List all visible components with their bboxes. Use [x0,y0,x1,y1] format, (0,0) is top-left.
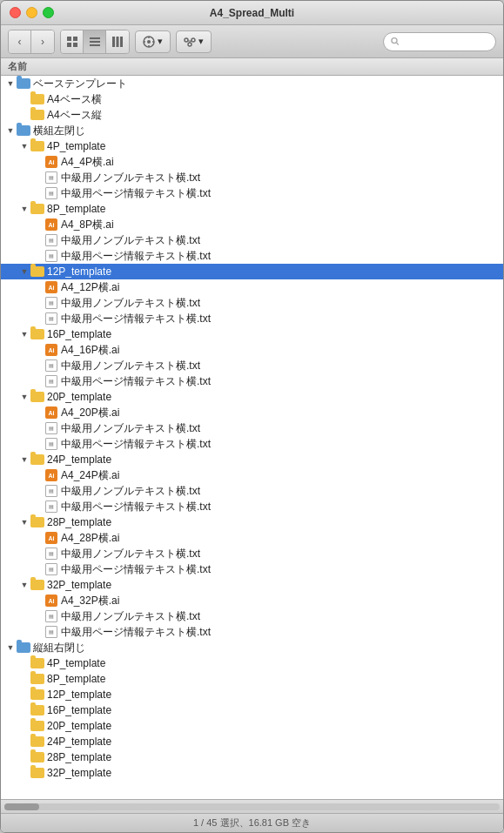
disclosure-triangle[interactable] [32,422,44,434]
tree-item[interactable]: AiA4_4P横.ai [1,154,503,170]
disclosure-triangle[interactable] [18,767,30,779]
tree-item[interactable]: ▤中級用ノンブルテキスト横.txt [1,170,503,185]
disclosure-triangle[interactable] [32,234,44,246]
disclosure-triangle[interactable] [18,203,30,215]
disclosure-triangle[interactable] [18,736,30,748]
tree-item[interactable]: A4ベース縦 [1,107,503,123]
list-view-button[interactable] [84,30,106,53]
tree-item[interactable]: AiA4_12P横.ai [1,279,503,295]
tree-item[interactable]: 4P_template [1,655,503,671]
tree-item[interactable]: ▤中級用ページ情報テキスト横.txt [1,561,503,577]
disclosure-triangle[interactable] [18,673,30,685]
disclosure-triangle[interactable] [32,187,44,199]
minimize-button[interactable] [26,7,37,18]
disclosure-triangle[interactable] [18,516,30,528]
disclosure-triangle[interactable] [32,595,44,607]
tree-item[interactable]: 32P_template [1,577,503,593]
disclosure-triangle[interactable] [32,563,44,575]
disclosure-triangle[interactable] [32,218,44,231]
disclosure-triangle[interactable] [32,156,44,168]
tree-item[interactable]: AiA4_32P横.ai [1,593,503,608]
tree-item[interactable]: ▤中級用ノンブルテキスト横.txt [1,608,503,624]
disclosure-triangle[interactable] [18,453,30,466]
disclosure-triangle[interactable] [32,532,44,544]
tree-item[interactable]: 8P_template [1,671,503,687]
disclosure-triangle[interactable] [18,109,30,121]
disclosure-triangle[interactable] [18,391,30,403]
tree-item[interactable]: AiA4_28P横.ai [1,530,503,546]
disclosure-triangle[interactable] [32,297,44,309]
tree-item[interactable]: 32P_template [1,765,503,781]
tree-item[interactable]: ▤中級用ページ情報テキスト横.txt [1,311,503,326]
action-button[interactable]: ▾ [135,30,171,53]
tree-item[interactable]: 20P_template [1,718,503,734]
tree-item[interactable]: 28P_template [1,749,503,765]
disclosure-triangle[interactable] [32,626,44,638]
tree-item[interactable]: 20P_template [1,389,503,405]
tree-item[interactable]: 24P_template [1,452,503,467]
disclosure-triangle[interactable] [18,579,30,591]
disclosure-triangle[interactable] [32,281,44,293]
tree-item[interactable]: ▤中級用ページ情報テキスト横.txt [1,373,503,389]
tree-item[interactable]: ▤中級用ノンブルテキスト横.txt [1,358,503,373]
zoom-button[interactable] [43,7,54,18]
tree-item[interactable]: 28P_template [1,514,503,530]
disclosure-triangle[interactable] [32,610,44,622]
tree-item[interactable]: ▤中級用ノンブルテキスト横.txt [1,546,503,561]
disclosure-triangle[interactable] [32,406,44,419]
disclosure-triangle[interactable] [4,642,17,654]
disclosure-triangle[interactable] [18,751,30,763]
tree-item[interactable]: A4ベース横 [1,91,503,107]
tree-item[interactable]: ▤中級用ページ情報テキスト横.txt [1,248,503,264]
forward-button[interactable]: › [31,30,54,53]
disclosure-triangle[interactable] [18,93,30,105]
disclosure-triangle[interactable] [18,265,30,278]
tree-item[interactable]: AiA4_24P横.ai [1,467,503,483]
disclosure-triangle[interactable] [18,720,30,732]
tree-item[interactable]: 12P_template [1,264,503,279]
disclosure-triangle[interactable] [32,359,44,372]
tree-item[interactable]: 縦組右閉じ [1,640,503,655]
disclosure-triangle[interactable] [32,438,44,450]
disclosure-triangle[interactable] [32,469,44,481]
tree-item[interactable]: 8P_template [1,201,503,217]
tree-item[interactable]: 4P_template [1,138,503,154]
scroll-thumb[interactable] [4,803,39,810]
tree-item[interactable]: ベーステンプレート [1,76,503,91]
tree-item[interactable]: ▤中級用ページ情報テキスト横.txt [1,624,503,640]
icon-view-button[interactable] [61,30,84,53]
tree-item[interactable]: 24P_template [1,734,503,749]
tree-item[interactable]: ▤中級用ページ情報テキスト横.txt [1,499,503,514]
disclosure-triangle[interactable] [32,547,44,560]
disclosure-triangle[interactable] [32,250,44,262]
disclosure-triangle[interactable] [32,312,44,325]
tree-item[interactable]: 横組左閉じ [1,123,503,138]
disclosure-triangle[interactable] [32,485,44,497]
disclosure-triangle[interactable] [4,124,17,137]
tree-item[interactable]: ▤中級用ノンブルテキスト横.txt [1,420,503,436]
disclosure-triangle[interactable] [18,140,30,152]
tree-item[interactable]: AiA4_16P横.ai [1,342,503,358]
file-list[interactable]: ベーステンプレートA4ベース横A4ベース縦横組左閉じ4P_templateAiA… [1,76,503,799]
search-box[interactable] [383,32,496,51]
horizontal-scrollbar[interactable] [1,799,503,813]
tree-item[interactable]: 16P_template [1,326,503,342]
disclosure-triangle[interactable] [32,344,44,356]
tree-item[interactable]: AiA4_20P横.ai [1,405,503,420]
disclosure-triangle[interactable] [32,171,44,184]
scroll-track[interactable] [4,803,500,810]
column-view-button[interactable] [106,30,129,53]
disclosure-triangle[interactable] [32,500,44,513]
back-button[interactable]: ‹ [9,30,31,53]
search-input[interactable] [403,37,488,47]
disclosure-triangle[interactable] [4,77,17,90]
disclosure-triangle[interactable] [18,689,30,701]
disclosure-triangle[interactable] [18,704,30,716]
tree-item[interactable]: 16P_template [1,702,503,718]
tree-item[interactable]: 12P_template [1,687,503,702]
tree-item[interactable]: AiA4_8P横.ai [1,217,503,232]
share-button[interactable]: ▾ [176,30,212,53]
disclosure-triangle[interactable] [18,328,30,340]
tree-item[interactable]: ▤中級用ページ情報テキスト横.txt [1,185,503,201]
tree-item[interactable]: ▤中級用ノンブルテキスト横.txt [1,232,503,248]
